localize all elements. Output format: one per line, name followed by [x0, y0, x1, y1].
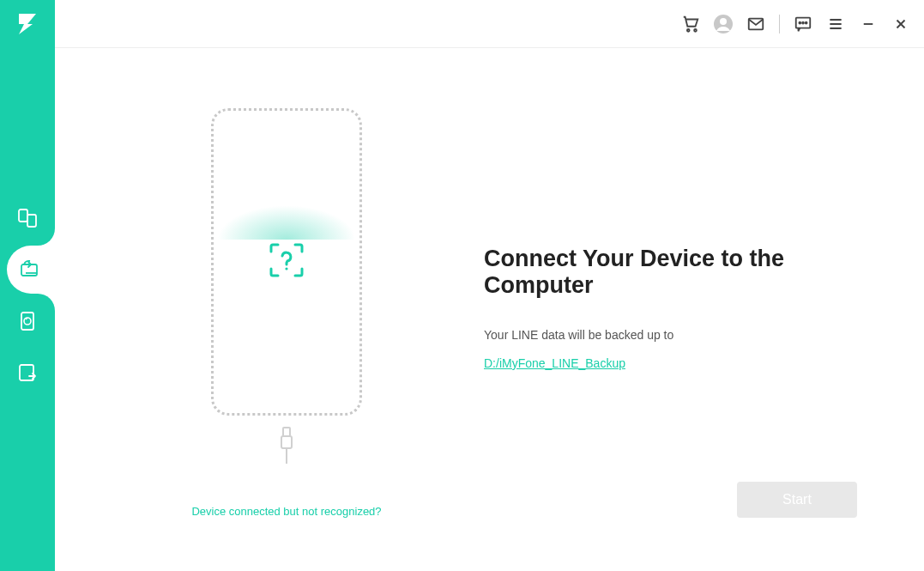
- restore-icon: [16, 310, 39, 332]
- svg-point-9: [720, 18, 727, 25]
- backup-subtitle: Your LINE data will be backed up to: [484, 328, 873, 342]
- close-button[interactable]: [888, 11, 914, 37]
- backup-icon: [19, 258, 41, 281]
- phone-scan-glow: [217, 205, 356, 240]
- start-button[interactable]: Start: [737, 482, 857, 518]
- svg-point-12: [799, 21, 800, 23]
- transfer-icon: [16, 207, 39, 229]
- svg-rect-23: [281, 436, 292, 448]
- sidebar-item-export[interactable]: [0, 349, 55, 397]
- chat-icon[interactable]: [790, 11, 816, 37]
- device-panel: Device connected but not recognized?: [124, 82, 450, 537]
- sidebar-item-restore[interactable]: [0, 297, 55, 345]
- phone-placeholder: [211, 108, 362, 416]
- sidebar: [0, 0, 55, 571]
- svg-rect-1: [27, 215, 36, 227]
- svg-point-21: [285, 267, 287, 270]
- logo-icon: [15, 12, 39, 36]
- menu-icon[interactable]: [823, 11, 849, 37]
- app-logo: [0, 0, 55, 48]
- header: [55, 0, 924, 48]
- page-title: Connect Your Device to the Computer: [484, 246, 873, 299]
- usb-connector-icon: [276, 426, 297, 464]
- svg-point-7: [694, 28, 697, 31]
- svg-rect-5: [20, 365, 33, 380]
- svg-rect-0: [19, 210, 27, 222]
- sidebar-item-backup[interactable]: [7, 246, 55, 294]
- svg-point-4: [24, 318, 31, 325]
- svg-point-14: [806, 21, 807, 23]
- info-panel: Connect Your Device to the Computer Your…: [450, 82, 873, 537]
- minimize-button[interactable]: [855, 11, 881, 37]
- svg-point-13: [802, 21, 804, 23]
- header-divider: [779, 15, 780, 33]
- cart-icon[interactable]: [678, 11, 704, 37]
- mail-icon[interactable]: [743, 11, 769, 37]
- main-area: Device connected but not recognized? Con…: [55, 0, 924, 571]
- svg-rect-22: [283, 428, 290, 436]
- backup-path-link[interactable]: D:/iMyFone_LINE_Backup: [484, 356, 625, 370]
- user-icon[interactable]: [710, 11, 736, 37]
- svg-point-6: [687, 28, 690, 31]
- device-help-link[interactable]: Device connected but not recognized?: [191, 505, 381, 518]
- svg-rect-3: [21, 313, 33, 330]
- export-icon: [16, 361, 39, 384]
- question-scan-icon: [266, 240, 307, 284]
